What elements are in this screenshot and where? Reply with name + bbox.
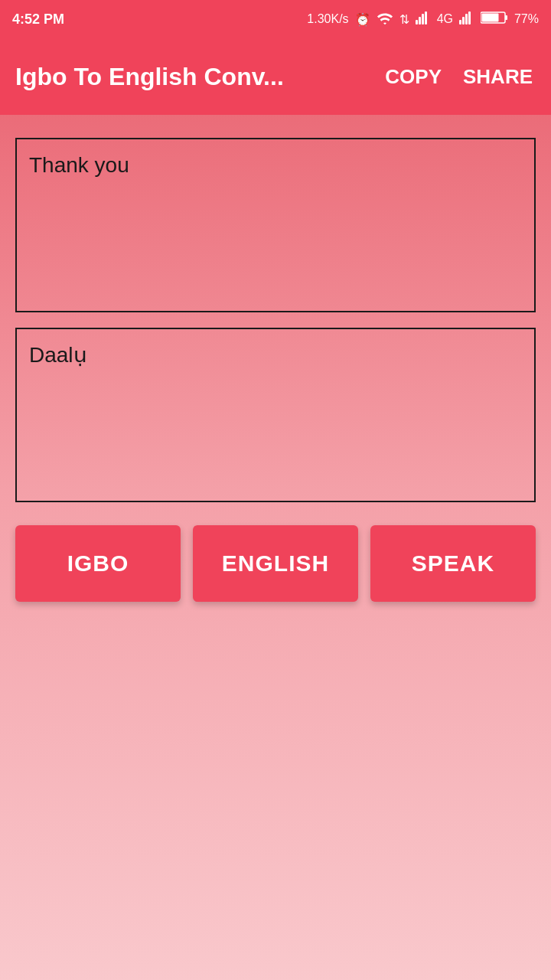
- status-speed: 1.30K/s: [307, 12, 348, 26]
- battery-icon: [481, 11, 508, 28]
- status-time: 4:52 PM: [12, 11, 64, 28]
- speak-button[interactable]: SPEAK: [370, 525, 536, 602]
- app-bar-actions: COPY SHARE: [382, 59, 536, 95]
- signal-icon: [416, 11, 431, 28]
- english-text-input[interactable]: [15, 138, 536, 312]
- svg-rect-4: [459, 20, 461, 24]
- signal2-icon: [459, 11, 474, 28]
- svg-rect-10: [481, 14, 498, 22]
- wifi-icon: [377, 11, 393, 28]
- svg-rect-9: [505, 15, 507, 20]
- buttons-row: IGBO ENGLISH SPEAK: [15, 525, 536, 602]
- igbo-button[interactable]: IGBO: [15, 525, 181, 602]
- share-button[interactable]: SHARE: [460, 59, 536, 95]
- igbo-text-input[interactable]: [15, 328, 536, 502]
- status-bar: 4:52 PM 1.30K/s ⏰ ⇅ 4G: [0, 0, 551, 38]
- app-bar: Igbo To English Conv... COPY SHARE: [0, 38, 551, 115]
- copy-button[interactable]: COPY: [382, 59, 445, 95]
- svg-rect-3: [425, 11, 427, 24]
- svg-rect-7: [468, 11, 471, 24]
- data-transfer-icon: ⇅: [399, 12, 409, 27]
- status-right: 1.30K/s ⏰ ⇅ 4G: [307, 11, 539, 28]
- svg-rect-1: [419, 17, 421, 24]
- main-content: IGBO ENGLISH SPEAK: [0, 115, 551, 617]
- svg-rect-6: [465, 14, 468, 24]
- svg-rect-2: [422, 14, 424, 24]
- svg-rect-0: [416, 20, 418, 24]
- english-button[interactable]: ENGLISH: [193, 525, 358, 602]
- network-type: 4G: [437, 12, 453, 26]
- battery-percent: 77%: [514, 12, 539, 26]
- alarm-icon: ⏰: [355, 12, 370, 27]
- svg-rect-5: [462, 17, 465, 24]
- app-title: Igbo To English Conv...: [15, 63, 382, 91]
